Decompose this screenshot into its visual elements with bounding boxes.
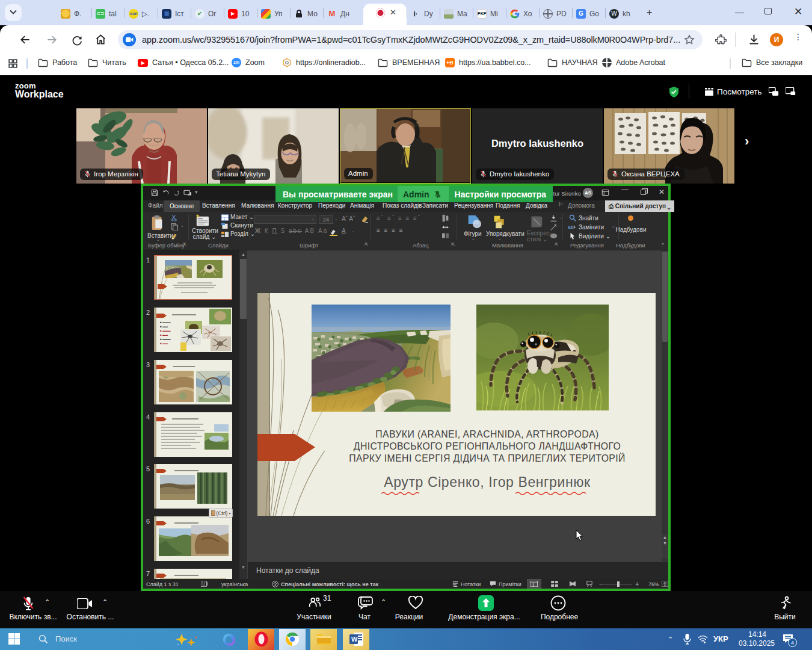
svg-text:■ ▬▬▬: ■ ▬▬▬ (160, 338, 171, 341)
svg-text:■ ▬▬▬: ■ ▬▬▬ (160, 329, 171, 332)
svg-text:■ ▬▬: ■ ▬▬ (160, 333, 168, 336)
svg-text:■ ▬▬: ■ ▬▬ (160, 342, 168, 345)
svg-text:■ ▬▬▬: ■ ▬▬▬ (160, 321, 171, 324)
svg-text:W: W (351, 636, 358, 643)
svg-text:ab: ab (568, 224, 573, 230)
svg-text:■ ▬▬: ■ ▬▬ (160, 325, 168, 328)
